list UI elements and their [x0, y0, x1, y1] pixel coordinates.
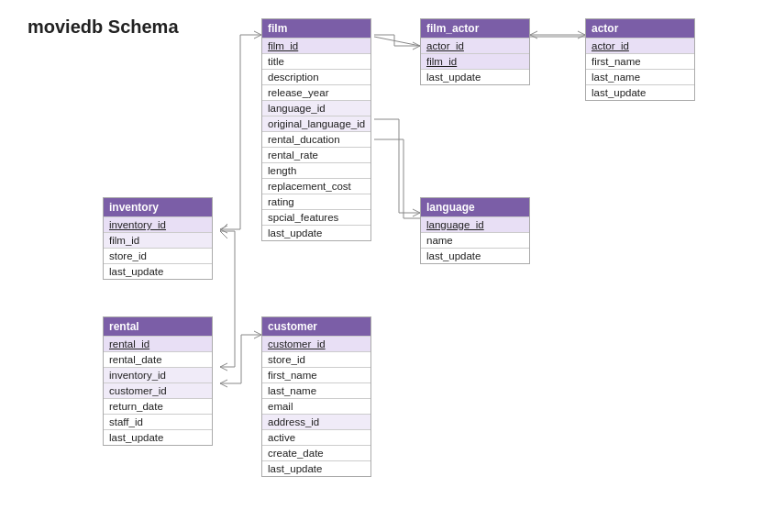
field-film-last_update: last_update [262, 225, 370, 240]
field-film-language_id: language_id [262, 100, 370, 116]
page-title: moviedb Schema [28, 17, 179, 38]
field-film-description: description [262, 69, 370, 84]
table-actor: actoractor_idfirst_namelast_namelast_upd… [585, 18, 695, 101]
field-rental-last_update: last_update [104, 429, 212, 445]
field-language-name: name [421, 232, 529, 248]
field-rental-return_date: return_date [104, 398, 212, 414]
field-actor-last_name: last_name [586, 69, 694, 84]
field-film-original_language_id: original_language_id [262, 116, 370, 131]
field-actor-actor_id: actor_id [586, 38, 694, 53]
field-language-language_id: language_id [421, 216, 529, 232]
field-inventory-store_id: store_id [104, 248, 212, 263]
field-customer-first_name: first_name [262, 367, 370, 382]
field-customer-create_date: create_date [262, 445, 370, 460]
field-film-replacement_cost: replacement_cost [262, 178, 370, 194]
field-language-last_update: last_update [421, 248, 529, 263]
field-customer-customer_id: customer_id [262, 336, 370, 351]
table-header-inventory: inventory [104, 198, 212, 216]
table-customer: customercustomer_idstore_idfirst_namelas… [261, 316, 371, 477]
field-inventory-last_update: last_update [104, 263, 212, 279]
table-language: languagelanguage_idnamelast_update [420, 197, 530, 264]
field-rental-rental_id: rental_id [104, 336, 212, 351]
field-rental-rental_date: rental_date [104, 351, 212, 367]
field-film-release_year: release_year [262, 84, 370, 100]
field-film-film_id: film_id [262, 38, 370, 53]
field-film-title: title [262, 53, 370, 69]
field-film-rating: rating [262, 194, 370, 209]
field-customer-last_name: last_name [262, 382, 370, 398]
table-header-film_actor: film_actor [421, 19, 529, 38]
field-actor-first_name: first_name [586, 53, 694, 69]
field-film_actor-last_update: last_update [421, 69, 529, 84]
field-film-rental_rate: rental_rate [262, 147, 370, 162]
field-customer-store_id: store_id [262, 351, 370, 367]
field-customer-address_id: address_id [262, 414, 370, 429]
field-film-spcial_features: spcial_features [262, 209, 370, 225]
table-film_actor: film_actoractor_idfilm_idlast_update [420, 18, 530, 85]
field-customer-last_update: last_update [262, 460, 370, 476]
field-film_actor-actor_id: actor_id [421, 38, 529, 53]
field-film_actor-film_id: film_id [421, 53, 529, 69]
table-header-customer: customer [262, 317, 370, 336]
table-film: filmfilm_idtitledescriptionrelease_yearl… [261, 18, 371, 241]
field-customer-active: active [262, 429, 370, 445]
table-header-film: film [262, 19, 370, 38]
table-inventory: inventoryinventory_idfilm_idstore_idlast… [103, 197, 213, 280]
field-actor-last_update: last_update [586, 84, 694, 100]
field-film-rental_ducation: rental_ducation [262, 131, 370, 147]
field-inventory-film_id: film_id [104, 232, 212, 248]
table-header-rental: rental [104, 317, 212, 336]
field-inventory-inventory_id: inventory_id [104, 216, 212, 232]
field-rental-staff_id: staff_id [104, 414, 212, 429]
field-rental-inventory_id: inventory_id [104, 367, 212, 382]
field-customer-email: email [262, 398, 370, 414]
table-header-actor: actor [586, 19, 694, 38]
field-rental-customer_id: customer_id [104, 382, 212, 398]
table-header-language: language [421, 198, 529, 216]
field-film-length: length [262, 162, 370, 178]
table-rental: rentalrental_idrental_dateinventory_idcu… [103, 316, 213, 446]
svg-line-0 [374, 37, 420, 46]
